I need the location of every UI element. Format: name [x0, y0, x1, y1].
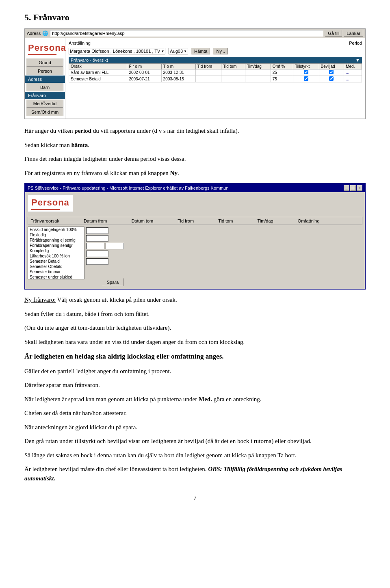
cell-orsak: Semester Betald — [69, 76, 127, 82]
cell-tid-from — [195, 69, 221, 76]
listbox-item[interactable]: Flexledig — [28, 232, 84, 238]
cell-omf: 25 — [271, 69, 293, 76]
persona-logo-1: Persona — [25, 40, 65, 57]
cell-beviljad — [319, 76, 344, 82]
cell-tid-tom — [221, 69, 245, 76]
browser-address-bar: http://grand/arbetstagare/Hmeny.asp — [50, 30, 323, 37]
listbox-item[interactable]: Läkarbesök 100 % lön — [28, 253, 84, 259]
spara-button[interactable]: Spara — [102, 278, 124, 286]
body-para-1: Här anger du vilken period du vill rappo… — [24, 126, 366, 136]
go-button[interactable]: Gå till — [325, 30, 342, 37]
body-large-bold: Är ledigheten en heldag ska aldrig klock… — [24, 351, 366, 362]
table-header-row: Orsak F r o m T o m Tid from Tid tom Tim… — [69, 64, 362, 69]
section-dropdown-icon[interactable]: ▼ — [355, 58, 360, 63]
listbox-item[interactable]: Semester under sjukled — [28, 275, 84, 279]
listbox-item[interactable]: Semester Obetald — [28, 264, 84, 269]
employee-value: Margareta Olofsson , Lönekons , 100101 ,… — [70, 49, 160, 54]
ny-button[interactable]: Ny... — [213, 48, 228, 54]
sidebar-item-merovertid[interactable]: Mer/Övertid — [26, 99, 63, 108]
body-text-section-1: Här anger du vilken period du vill rappo… — [24, 126, 366, 177]
cell-med[interactable]: ... — [344, 69, 362, 76]
dialog-close-button[interactable]: × — [357, 185, 362, 191]
period-dropdown-arrow: ▼ — [184, 50, 187, 53]
body-para-15: Så länge det saknas en bock i denna ruta… — [24, 451, 366, 460]
listbox-item[interactable]: Föräldrapenning ej semlg — [28, 238, 84, 243]
dialog-titlebar: PS Självservice - Frånvaro uppdatering -… — [25, 184, 365, 192]
page-number: 7 — [24, 495, 366, 502]
listbox-item[interactable]: Semester Betald — [28, 259, 84, 264]
dialog-max-button[interactable]: □ — [350, 185, 356, 191]
dialog-titlebar-buttons: _ □ × — [344, 185, 362, 191]
section-header-1: Frånvaro - översikt ▼ — [69, 57, 362, 63]
frav-form-body: Enskild angelägenh 100%FlexledigFöräldra… — [28, 227, 362, 286]
sidebar-1: Persona Grund Person Adress Barn Frånvar… — [25, 38, 65, 119]
cell-tom: 2003-12-31 — [161, 69, 195, 76]
cell-med[interactable]: ... — [344, 76, 362, 82]
dialog-persona-logo: Persona — [28, 195, 73, 212]
cell-tillstyrkt — [293, 69, 319, 76]
col-tid-tom: Tid tom — [221, 64, 245, 69]
table-row: Vård av barn enl FLL 2002-03-01 2003-12-… — [69, 69, 362, 76]
body-para-2: Sedan klickar man hämta. — [24, 141, 366, 150]
sidebar-item-franvaro[interactable]: Frånvaro — [25, 92, 65, 99]
body-para-11: När ledigheten är sparad kan man genom a… — [24, 395, 366, 404]
period-select[interactable]: Aug03 ▼ — [169, 48, 188, 54]
frav-form-header: Frånvaroorsak Datum from Datum tom Tid f… — [28, 217, 362, 225]
omfattning-input[interactable] — [86, 258, 108, 265]
cell-from: 2002-03-01 — [127, 69, 161, 76]
frav-listbox[interactable]: Enskild angelägenh 100%FlexledigFöräldra… — [28, 227, 84, 279]
browser-toolbar: Adress 🌐 http://grand/arbetstagare/Hmeny… — [25, 29, 365, 38]
period-value: Aug03 — [170, 49, 183, 54]
sidebar-item-person[interactable]: Person — [26, 67, 63, 75]
links-button[interactable]: Länkar — [344, 30, 363, 37]
employee-select[interactable]: Margareta Olofsson , Lönekons , 100101 ,… — [69, 48, 165, 54]
body-para-3: Finns det redan inlagda ledigheter under… — [24, 154, 366, 164]
col-orsak: Orsak — [69, 64, 127, 69]
frav-header-tim-dag: Tim/dag — [257, 218, 273, 223]
cell-from: 2003-07-21 — [127, 76, 161, 82]
tid-tom-input[interactable] — [106, 243, 124, 249]
col-beviljad: Beviljad — [319, 64, 344, 69]
listbox-item[interactable]: Enskild angelägenh 100% — [28, 227, 84, 232]
listbox-item[interactable]: Semester timmar — [28, 269, 84, 275]
page-heading: 5. Frånvaro — [24, 12, 366, 23]
table-row: Semester Betald 2003-07-21 2003-08-15 75… — [69, 76, 362, 82]
period-label: Period — [349, 41, 362, 45]
cell-tom: 2003-08-15 — [161, 76, 195, 82]
sidebar-item-adress[interactable]: Adress — [25, 76, 65, 83]
browser-window-1: Adress 🌐 http://grand/arbetstagare/Hmeny… — [24, 28, 366, 119]
app-content-1: Persona Grund Person Adress Barn Frånvar… — [25, 38, 365, 119]
dialog-persona-logo-line — [31, 209, 60, 210]
listbox-item[interactable]: Kompledig — [28, 248, 84, 253]
col-omf: Omf % — [271, 64, 293, 69]
persona-logo-line-1 — [28, 54, 56, 55]
frav-header-tid-tom: Tid tom — [218, 218, 233, 223]
section-title-1: Frånvaro - översikt — [71, 58, 108, 63]
sidebar-item-barn[interactable]: Barn — [26, 83, 63, 91]
tim-dag-input[interactable] — [86, 251, 108, 257]
listbox-item[interactable]: Föräldrapenning semlgr — [28, 243, 84, 248]
url-box[interactable]: http://grand/arbetstagare/Hmeny.asp — [50, 30, 323, 37]
main-area-1: Anställning Period Margareta Olofsson , … — [65, 38, 365, 119]
sidebar-item-semotid[interactable]: Sem/Ötid mm — [26, 108, 63, 116]
datum-tom-input[interactable] — [86, 235, 108, 242]
frav-header-tid-from: Tid from — [178, 218, 194, 223]
body-para-12: Chefen ser då detta när han/hon attester… — [24, 409, 366, 418]
col-med: Med. — [344, 64, 362, 69]
body-para-10: Därefter sparar man frånvaron. — [24, 380, 366, 390]
anstallning-row: Anställning Period — [69, 41, 362, 45]
cell-omf: 75 — [271, 76, 293, 82]
dialog-min-button[interactable]: _ — [344, 185, 349, 191]
sidebar-item-grund[interactable]: Grund — [26, 58, 63, 67]
hamta-button[interactable]: Hämta — [191, 48, 210, 54]
tid-from-input[interactable] — [86, 243, 104, 249]
browser-icon: 🌐 — [42, 30, 48, 36]
cell-beviljad — [319, 69, 344, 76]
frav-header-omfattning: Omfattning — [298, 218, 320, 223]
cell-tim-dag — [245, 76, 271, 82]
cell-tid-tom — [221, 76, 245, 82]
datum-from-input[interactable] — [86, 227, 108, 234]
body-para-16: Är ledigheten beviljad måste din chef el… — [24, 465, 366, 483]
col-tom: T o m — [161, 64, 195, 69]
cell-tid-from — [195, 76, 221, 82]
